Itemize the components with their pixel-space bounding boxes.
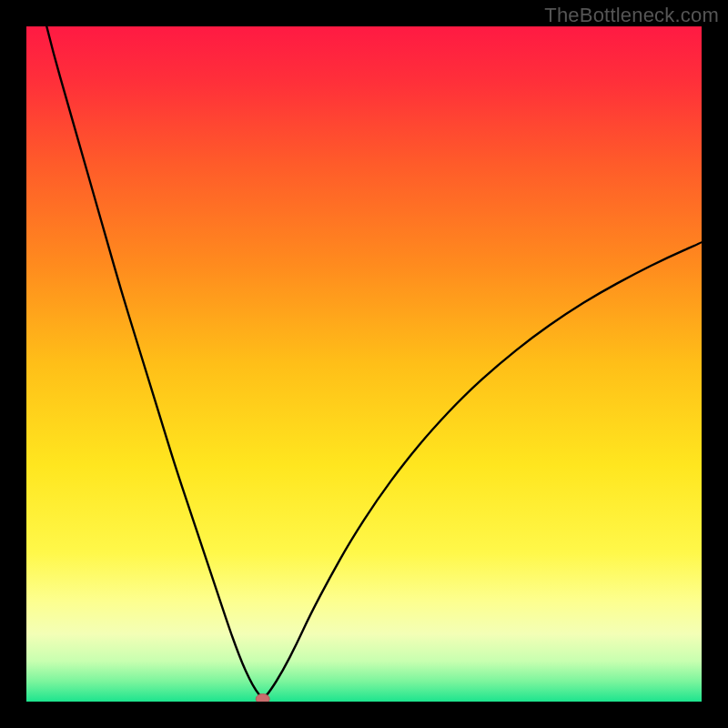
watermark-text: TheBottleneck.com [544, 4, 719, 27]
gradient-background [26, 26, 702, 702]
chart-frame: TheBottleneck.com [0, 0, 728, 728]
bottleneck-chart [26, 26, 702, 702]
minimum-marker [256, 694, 269, 702]
